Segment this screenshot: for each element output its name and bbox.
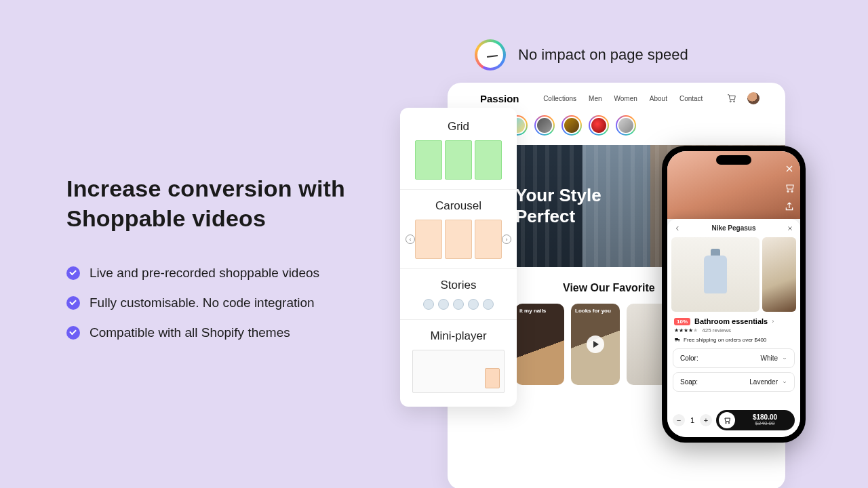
svg-point-6 — [726, 422, 727, 424]
close-icon[interactable] — [787, 225, 793, 232]
cart-icon[interactable] — [784, 182, 795, 193]
sheet-title: Nike Pegasus — [711, 224, 755, 232]
nav-link[interactable]: Women — [614, 95, 637, 102]
product-images[interactable] — [667, 237, 800, 312]
svg-point-0 — [730, 101, 731, 102]
svg-point-4 — [675, 340, 676, 341]
cart-icon — [719, 412, 735, 428]
star-icon: ★ — [693, 327, 698, 333]
headline-line-2: Shoppable videos — [66, 205, 266, 231]
video-card[interactable]: it my nails — [515, 304, 564, 385]
format-stories-title: Stories — [408, 279, 509, 292]
check-icon — [66, 326, 80, 340]
option-color[interactable]: Color: White — [673, 348, 795, 368]
reviews-count[interactable]: 425 reviews — [702, 327, 731, 333]
carousel-tile — [445, 220, 472, 259]
truck-icon — [674, 336, 681, 343]
chevron-right-icon[interactable]: › — [772, 318, 774, 325]
nav-link[interactable]: Collections — [543, 95, 576, 102]
add-to-cart-button[interactable]: $180.00 $240.00 — [716, 410, 795, 430]
bullet-text: Fully customisable. No code integration — [90, 296, 315, 310]
carousel-tile — [475, 220, 502, 259]
video-card[interactable]: Looks for you — [571, 304, 620, 385]
bullet-text: Compatible with all Shopify themes — [90, 325, 290, 340]
story-dot — [468, 299, 479, 310]
grid-tile — [415, 140, 442, 180]
carousel-tile — [415, 220, 442, 259]
nav-link[interactable]: About — [650, 95, 667, 102]
qty-value: 1 — [689, 416, 696, 424]
hero-headline: Your StylePerfect — [515, 185, 601, 227]
phone-mockup: Nike Pegasus 10% Bathroom essentials › ★… — [662, 146, 806, 443]
chevron-right-icon[interactable]: › — [502, 235, 511, 244]
headline: Increase conversion with Shoppable video… — [66, 174, 392, 233]
format-stories-preview — [408, 299, 509, 310]
back-icon[interactable] — [674, 225, 681, 232]
storefront-nav: Collections Men Women About Contact — [543, 95, 703, 102]
avatar[interactable] — [747, 92, 760, 104]
discount-badge: 10% — [674, 318, 690, 325]
product-sheet: Nike Pegasus 10% Bathroom essentials › ★… — [667, 219, 800, 437]
story-dot — [483, 299, 494, 310]
price-was: $240.00 — [755, 421, 775, 426]
story-thumb[interactable] — [561, 115, 582, 136]
check-icon — [66, 266, 80, 280]
nav-link[interactable]: Men — [589, 95, 601, 102]
format-carousel-title: Carousel — [408, 199, 509, 213]
svg-point-2 — [787, 190, 789, 192]
option-label: Soap: — [680, 378, 698, 386]
qty-increment[interactable]: + — [700, 414, 712, 426]
video-caption: it my nails — [519, 308, 546, 314]
story-thumb[interactable] — [616, 115, 636, 136]
page-speed-text: No impact on page speed — [518, 46, 688, 64]
qty-decrement[interactable]: − — [673, 414, 685, 426]
grid-tile — [475, 140, 502, 180]
layout-formats-panel: Grid Carousel ‹ › Stories Mini-player — [400, 108, 517, 407]
story-thumb[interactable] — [589, 115, 609, 136]
product-name[interactable]: Bathroom essentials — [694, 317, 768, 325]
cart-icon[interactable] — [727, 94, 736, 103]
story-dot — [453, 299, 464, 310]
speedometer-icon — [475, 39, 506, 70]
svg-point-3 — [791, 190, 793, 192]
miniplayer-thumb — [485, 368, 500, 388]
option-value: White — [760, 354, 778, 362]
bullet-row: Fully customisable. No code integration — [66, 296, 392, 310]
option-soap[interactable]: Soap: Lavender — [673, 372, 795, 392]
svg-point-7 — [728, 422, 730, 424]
check-icon — [66, 296, 80, 310]
storefront-brand: Passion — [480, 93, 519, 104]
format-carousel-preview: ‹ › — [408, 220, 509, 259]
headline-line-1: Increase conversion with — [66, 176, 345, 201]
star-icon: ★★★★ — [674, 327, 693, 333]
format-grid-title: Grid — [408, 120, 509, 134]
bottle-icon — [704, 256, 727, 293]
grid-tile — [445, 140, 472, 180]
shipping-row: Free shipping on orders over $400 — [674, 336, 793, 343]
format-miniplayer-title: Mini-player — [408, 329, 509, 343]
svg-point-1 — [734, 101, 735, 102]
chevron-left-icon[interactable]: ‹ — [406, 235, 415, 244]
chevron-down-icon — [782, 356, 787, 361]
video-caption: Looks for you — [575, 308, 611, 314]
nav-link[interactable]: Contact — [679, 95, 703, 102]
share-icon[interactable] — [784, 201, 795, 212]
phone-notch — [716, 155, 751, 165]
bullet-row: Compatible with all Shopify themes — [66, 325, 392, 340]
option-value: Lavender — [749, 378, 778, 386]
svg-point-5 — [678, 340, 679, 341]
bullet-text: Live and pre-recorded shoppable videos — [90, 266, 319, 281]
shipping-text: Free shipping on orders over $400 — [684, 337, 766, 343]
product-image[interactable] — [671, 237, 760, 312]
story-thumb[interactable] — [534, 115, 555, 136]
close-icon[interactable] — [784, 163, 795, 174]
feature-bullets: Live and pre-recorded shoppable videos F… — [66, 266, 392, 340]
story-dot — [423, 299, 434, 310]
product-image[interactable] — [762, 237, 796, 312]
play-icon[interactable] — [587, 336, 604, 353]
format-grid-preview — [408, 140, 509, 180]
storefront-header: Passion Collections Men Women About Cont… — [448, 83, 785, 111]
buy-bar: − 1 + $180.00 $240.00 — [673, 410, 795, 430]
story-dot — [438, 299, 449, 310]
page-speed-badge: No impact on page speed — [475, 39, 688, 70]
